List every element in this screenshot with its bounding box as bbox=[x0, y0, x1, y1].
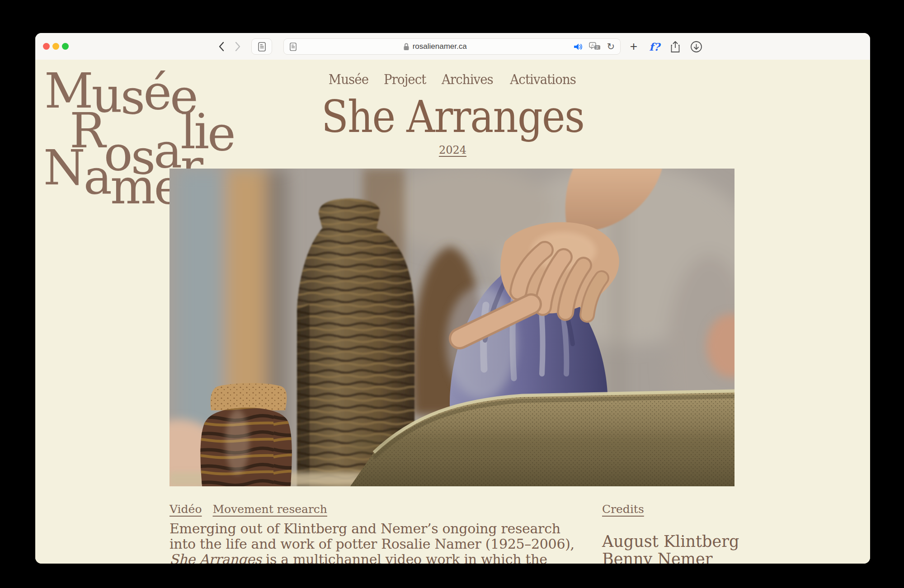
plus-icon: + bbox=[630, 39, 637, 54]
hero-image-pottery-video-still bbox=[170, 169, 734, 486]
share-button[interactable] bbox=[668, 38, 683, 56]
desktop-background: rosalienamer.ca A 文 ↻ bbox=[0, 0, 904, 588]
minimize-window-button[interactable] bbox=[52, 43, 59, 50]
movement-research-link[interactable]: Movement research bbox=[212, 503, 327, 516]
description-text: Emerging out of Klintberg and Nemer’s on… bbox=[170, 521, 574, 552]
new-tab-button[interactable]: + bbox=[626, 38, 641, 56]
svg-text:文: 文 bbox=[596, 46, 599, 50]
downloads-button[interactable] bbox=[689, 38, 703, 56]
credits-names: August Klintberg Benny Nemer Stephen Th bbox=[602, 533, 751, 564]
nav-item-musee[interactable]: Musée bbox=[328, 71, 368, 87]
chevron-right-icon bbox=[234, 42, 241, 52]
url-text: rosalienamer.ca bbox=[413, 42, 467, 51]
toolbar-actions: + f? bbox=[626, 38, 703, 56]
video-link[interactable]: Vidéo bbox=[170, 503, 202, 516]
browser-toolbar: rosalienamer.ca A 文 ↻ bbox=[35, 33, 870, 60]
lock-icon bbox=[403, 42, 410, 51]
audio-playing-icon[interactable] bbox=[573, 42, 583, 51]
credit-name: August Klintberg bbox=[602, 533, 751, 550]
credits-section: Credits August Klintberg Benny Nemer Ste… bbox=[602, 503, 751, 564]
credits-link[interactable]: Credits bbox=[602, 503, 644, 516]
reader-icon[interactable] bbox=[290, 42, 297, 51]
translate-icon[interactable]: A 文 bbox=[589, 42, 601, 51]
media-links: Vidéo Movement research bbox=[170, 503, 327, 516]
reload-icon[interactable]: ↻ bbox=[607, 41, 615, 52]
extension-icon: f? bbox=[649, 41, 659, 53]
share-icon bbox=[670, 41, 680, 53]
project-description: Emerging out of Klintberg and Nemer’s on… bbox=[170, 521, 590, 564]
year-row: 2024 bbox=[35, 144, 870, 156]
extension-button[interactable]: f? bbox=[647, 38, 662, 56]
nav-item-archives[interactable]: Archives bbox=[442, 71, 493, 87]
description-title-italic: She Arranges bbox=[170, 551, 261, 564]
webpage: Musée Rosalie Namer Musée Project Archiv… bbox=[35, 60, 870, 564]
download-icon bbox=[690, 41, 702, 53]
back-button[interactable] bbox=[216, 41, 227, 52]
address-bar[interactable]: rosalienamer.ca A 文 ↻ bbox=[283, 38, 621, 55]
nav-item-activations[interactable]: Activations bbox=[510, 71, 576, 87]
sidebar-button[interactable] bbox=[251, 38, 272, 55]
browser-window: rosalienamer.ca A 文 ↻ bbox=[35, 33, 870, 564]
chevron-left-icon bbox=[218, 42, 225, 52]
sidebar-icon bbox=[258, 42, 266, 52]
forward-button[interactable] bbox=[232, 41, 243, 52]
credit-name: Benny Nemer bbox=[602, 550, 751, 564]
zoom-window-button[interactable] bbox=[62, 43, 69, 50]
close-window-button[interactable] bbox=[43, 43, 50, 50]
nav-item-project[interactable]: Project bbox=[384, 71, 426, 87]
main-navigation: Musée Project Archives Activations bbox=[35, 71, 870, 87]
year-link[interactable]: 2024 bbox=[439, 144, 466, 156]
page-title: She Arranges bbox=[77, 95, 828, 139]
svg-text:A: A bbox=[591, 43, 594, 47]
